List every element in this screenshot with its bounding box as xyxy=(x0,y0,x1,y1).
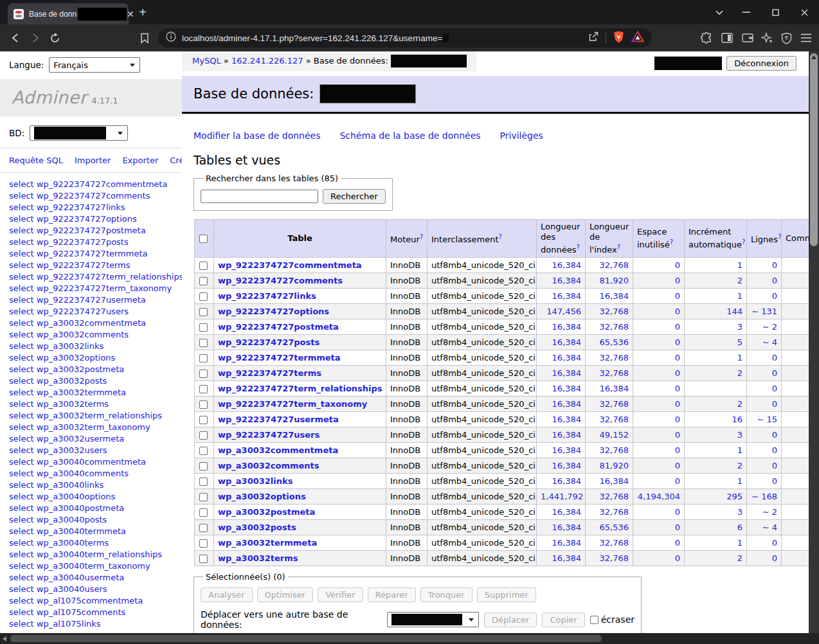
help-link[interactable]: ? xyxy=(420,233,423,240)
sidebar-table-link[interactable]: wp_9222374727term_relationships xyxy=(37,272,182,282)
data-free-cell-link[interactable]: 0 xyxy=(675,476,680,486)
sidebar-select-link[interactable]: select xyxy=(9,202,34,212)
data-free-cell-link[interactable]: 0 xyxy=(675,415,680,424)
index-length-cell-link[interactable]: 32,768 xyxy=(600,445,629,455)
sidebar-select-link[interactable]: select xyxy=(9,226,34,235)
sidebar-select-link[interactable]: select xyxy=(9,341,34,351)
tab-search-chevron-icon[interactable] xyxy=(711,5,728,19)
auto-increment-cell-link[interactable]: 16 xyxy=(732,415,742,424)
row-checkbox[interactable] xyxy=(199,308,208,316)
data-free-cell-link[interactable]: 0 xyxy=(675,384,680,393)
language-select[interactable]: Français xyxy=(49,57,140,73)
data-free-cell-link[interactable]: 0 xyxy=(675,430,680,440)
auto-increment-cell-link[interactable]: 3 xyxy=(737,430,742,440)
index-length-cell-link[interactable]: 81,920 xyxy=(600,461,629,470)
data-length-cell-link[interactable]: 16,384 xyxy=(552,523,582,532)
table-name-link[interactable]: wp_9222374727options xyxy=(218,307,329,316)
row-checkbox[interactable] xyxy=(199,354,208,362)
data-free-cell-link[interactable]: 0 xyxy=(675,260,680,270)
help-link[interactable]: ? xyxy=(670,238,673,246)
sidebar-select-link[interactable]: select xyxy=(9,596,34,605)
auto-increment-cell-link[interactable]: 6 xyxy=(737,523,742,532)
sidebar-table-link[interactable]: wp_a30040options xyxy=(37,492,116,501)
row-checkbox[interactable] xyxy=(199,431,208,440)
sidebar-table-link[interactable]: wp_a30032options xyxy=(37,353,116,362)
table-name-link[interactable]: wp_9222374727comments xyxy=(218,276,343,285)
tab-close-icon[interactable]: ✕ xyxy=(127,10,134,19)
sidebar-select-link[interactable]: select xyxy=(9,480,34,490)
auto-increment-cell-link[interactable]: 2 xyxy=(737,553,742,563)
row-checkbox[interactable] xyxy=(199,462,208,470)
index-length-cell-link[interactable]: 32,768 xyxy=(600,492,629,501)
breadcrumb-mysql-link[interactable]: MySQL xyxy=(192,56,221,66)
data-length-cell-link[interactable]: 1,441,792 xyxy=(541,492,583,501)
horizontal-scrollbar-thumb[interactable] xyxy=(10,635,602,642)
table-name-link[interactable]: wp_a30032postmeta xyxy=(218,507,315,517)
new-tab-button[interactable]: + xyxy=(135,4,150,20)
table-name-link[interactable]: wp_9222374727terms xyxy=(218,368,321,378)
forward-icon[interactable] xyxy=(28,31,42,45)
move-db-select[interactable] xyxy=(387,612,479,627)
rows-count-cell-link[interactable]: 0 xyxy=(772,384,777,393)
url-bar[interactable]: localhost/adminer-4.17.1.php?server=162.… xyxy=(158,28,652,48)
row-checkbox[interactable] xyxy=(199,277,208,285)
sidebar-table-link[interactable]: wp_a30040users xyxy=(37,584,107,594)
sidebar-table-link[interactable]: wp_9222374727links xyxy=(37,202,125,212)
sidebar-table-link[interactable]: wp_a30032comments xyxy=(37,330,129,339)
data-free-cell-link[interactable]: 4,194,304 xyxy=(638,492,680,501)
auto-increment-cell-link[interactable]: 3 xyxy=(737,322,742,332)
row-checkbox[interactable] xyxy=(199,508,208,517)
table-name-link[interactable]: wp_9222374727term_taxonomy xyxy=(218,399,367,409)
sidebar-table-link[interactable]: wp_a30040posts xyxy=(37,515,107,524)
export-link[interactable]: Exporter xyxy=(122,156,158,165)
minimize-icon[interactable] xyxy=(738,5,755,19)
sidebar-table-link[interactable]: wp_al1075links xyxy=(37,619,101,629)
table-name-link[interactable]: wp_9222374727links xyxy=(218,291,316,301)
row-checkbox[interactable] xyxy=(199,339,208,347)
database-schema-link[interactable]: Schéma de la base de données xyxy=(339,130,480,141)
sidebar-select-link[interactable]: select xyxy=(9,469,34,478)
sidebar-table-link[interactable]: wp_a30032commentmeta xyxy=(37,318,146,328)
row-checkbox[interactable] xyxy=(199,416,208,424)
sidebar-table-link[interactable]: wp_a30032users xyxy=(37,445,107,455)
reload-icon[interactable] xyxy=(48,31,62,45)
table-name-link[interactable]: wp_a30032commentmeta xyxy=(218,445,338,455)
row-checkbox[interactable] xyxy=(199,292,208,301)
sidebar-table-link[interactable]: wp_a30040terms xyxy=(37,538,109,548)
vertical-scrollbar-thumb[interactable] xyxy=(810,53,818,246)
data-free-cell-link[interactable]: 0 xyxy=(675,307,680,316)
sidebar-table-link[interactable]: wp_9222374727term_taxonomy xyxy=(37,283,172,293)
search-input[interactable] xyxy=(201,190,318,203)
sidebar-select-link[interactable]: select xyxy=(9,573,34,582)
sidebar-table-link[interactable]: wp_a30040links xyxy=(37,480,104,490)
sidebar-table-link[interactable]: wp_a30032posts xyxy=(37,376,107,386)
logout-button[interactable]: Déconnexion xyxy=(726,56,797,71)
brave-shield-icon[interactable] xyxy=(613,30,625,46)
sidebar-select-link[interactable]: select xyxy=(9,330,34,339)
sidebar-select-link[interactable]: select xyxy=(9,399,34,409)
row-checkbox[interactable] xyxy=(199,447,208,455)
data-free-cell-link[interactable]: 0 xyxy=(675,353,680,362)
sidebar-table-link[interactable]: wp_a30040postmeta xyxy=(37,503,125,513)
scroll-left-arrow-icon[interactable] xyxy=(3,636,6,641)
row-checkbox[interactable] xyxy=(199,323,208,332)
horizontal-scrollbar[interactable] xyxy=(0,633,809,644)
sidebar-table-link[interactable]: wp_9222374727options xyxy=(37,214,137,224)
table-name-link[interactable]: wp_a30032links xyxy=(218,476,292,486)
sidebar-table-link[interactable]: wp_a30032postmeta xyxy=(37,364,125,374)
sidebar-table-link[interactable]: wp_9222374727termmeta xyxy=(37,249,148,258)
sidebar-select-link[interactable]: select xyxy=(9,457,34,467)
alter-database-link[interactable]: Modifier la base de données xyxy=(194,130,320,141)
scroll-up-arrow-icon[interactable] xyxy=(811,55,816,59)
select-all-checkbox[interactable] xyxy=(199,235,208,243)
data-length-cell-link[interactable]: 16,384 xyxy=(552,368,582,378)
sidebar-table-link[interactable]: wp_9222374727usermeta xyxy=(37,295,146,305)
data-length-cell-link[interactable]: 16,384 xyxy=(552,353,582,362)
sidebar-select-link[interactable]: select xyxy=(9,364,34,374)
sidebar-table-link[interactable]: wp_9222374727commentmeta xyxy=(37,179,168,189)
index-length-cell-link[interactable]: 32,768 xyxy=(600,353,629,362)
rows-count-cell-link[interactable]: 0 xyxy=(772,476,777,486)
rows-count-cell-link[interactable]: ~ 131 xyxy=(752,307,777,316)
search-button[interactable]: Rechercher xyxy=(323,189,386,204)
sidebar-table-link[interactable]: wp_a30040usermeta xyxy=(37,573,125,582)
